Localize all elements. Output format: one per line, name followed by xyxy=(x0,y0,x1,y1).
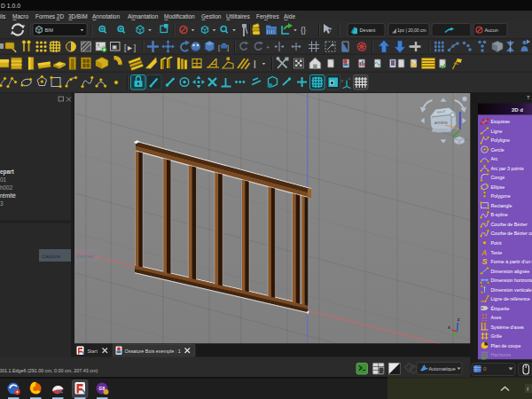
svg-text:Formes 2D: Formes 2D xyxy=(35,13,64,20)
svg-text:Grille: Grille xyxy=(491,333,502,339)
svg-text:Utilitaires: Utilitaires xyxy=(226,13,250,20)
svg-text:3D/BIM: 3D/BIM xyxy=(68,13,88,20)
svg-text:Ligne de référence: Ligne de référence xyxy=(491,296,530,301)
svg-text:1px | 20,00 cm: 1px | 20,00 cm xyxy=(397,27,426,33)
svg-text:Z: Z xyxy=(458,317,460,322)
svg-text:Axes: Axes xyxy=(491,315,502,320)
svg-text:01: 01 xyxy=(0,176,7,183)
svg-text:Dimension horizontal: Dimension horizontal xyxy=(491,278,532,283)
svg-text:Forme à partir d'un t: Forme à partir d'un t xyxy=(491,259,532,264)
svg-text:Texte: Texte xyxy=(491,250,503,255)
svg-text:{}: {} xyxy=(301,26,306,35)
svg-text:B-spline: B-spline xyxy=(491,212,508,217)
svg-text:S: S xyxy=(482,257,488,266)
svg-text:Automatique: Automatique xyxy=(429,366,456,372)
svg-text:?: ? xyxy=(328,26,332,34)
svg-text:Macro: Macro xyxy=(12,13,28,20)
svg-text:+: + xyxy=(266,44,270,51)
svg-text:[►]: [►] xyxy=(124,43,136,52)
svg-text:Ligne: Ligne xyxy=(491,129,503,134)
svg-text:Rectangle: Rectangle xyxy=(491,203,512,208)
svg-text:Polygone: Polygone xyxy=(491,193,511,199)
svg-text:y: y xyxy=(341,78,343,82)
svg-text:Ossature Bois exemple : 1: Ossature Bois exemple : 1 xyxy=(125,348,181,354)
svg-text:f: f xyxy=(526,387,528,392)
svg-text:ARRIÈRE: ARRIÈRE xyxy=(434,121,449,125)
svg-text:Point: Point xyxy=(491,240,503,246)
svg-text:Hachures: Hachures xyxy=(491,352,512,357)
svg-text:ils: ils xyxy=(0,13,6,20)
svg-text:Polyligne: Polyligne xyxy=(491,137,511,143)
svg-text:Fenêtres: Fenêtres xyxy=(256,13,279,20)
svg-text:X: X xyxy=(448,325,450,330)
svg-text:Arc: Arc xyxy=(491,156,498,161)
svg-text:Plan de coupe: Plan de coupe xyxy=(491,343,521,348)
svg-text:Arc par 3 points: Arc par 3 points xyxy=(491,166,524,171)
svg-text:Cercle: Cercle xyxy=(491,147,505,153)
svg-text:Étiquette: Étiquette xyxy=(491,306,510,311)
svg-text:▣: ▣ xyxy=(112,43,117,50)
svg-text:Congé: Congé xyxy=(491,175,505,180)
svg-text:rémité: rémité xyxy=(0,192,16,199)
svg-text:h002: h002 xyxy=(0,184,13,191)
svg-text:BIM: BIM xyxy=(45,27,54,33)
svg-text:Aimantation: Aimantation xyxy=(128,13,159,20)
svg-text:Système d'axes: Système d'axes xyxy=(491,325,525,330)
svg-text:A: A xyxy=(481,248,487,257)
svg-text:3: 3 xyxy=(0,200,4,207)
svg-text:001.1.Edge6 (291.00 cm, 0.00 c: 001.1.Edge6 (291.00 cm, 0.00 cm, 207.43 … xyxy=(0,368,98,373)
svg-text:d’écran: d’écran xyxy=(76,254,94,259)
svg-text:Dimension alignée: Dimension alignée xyxy=(491,269,530,274)
svg-text:Modification: Modification xyxy=(164,13,195,20)
svg-text:x: x xyxy=(348,76,350,81)
svg-text:Devant: Devant xyxy=(360,27,376,33)
svg-text:2D d: 2D d xyxy=(512,107,523,113)
svg-text:Start: Start xyxy=(88,348,98,354)
svg-text:]: ] xyxy=(227,43,229,51)
svg-text:Aucun: Aucun xyxy=(485,27,498,33)
svg-text:I: I xyxy=(254,58,257,71)
svg-text:Courbe de Bézier cub: Courbe de Bézier cub xyxy=(491,231,532,236)
svg-text:Ellipse: Ellipse xyxy=(491,184,505,190)
svg-text:T…: T… xyxy=(527,95,532,100)
svg-text:Esquisse: Esquisse xyxy=(491,119,511,124)
svg-text:Courbe de Bézier: Courbe de Bézier xyxy=(491,222,528,227)
svg-text:D 1.0.0: D 1.0.0 xyxy=(1,3,20,9)
svg-text:Capture: Capture xyxy=(42,254,61,259)
svg-text:epart: epart xyxy=(0,168,14,176)
svg-text:Annotation: Annotation xyxy=(92,13,120,20)
svg-text:Dimension verticale: Dimension verticale xyxy=(491,287,532,293)
svg-text:Gestion: Gestion xyxy=(201,13,222,20)
svg-text:Aide: Aide xyxy=(284,13,295,20)
